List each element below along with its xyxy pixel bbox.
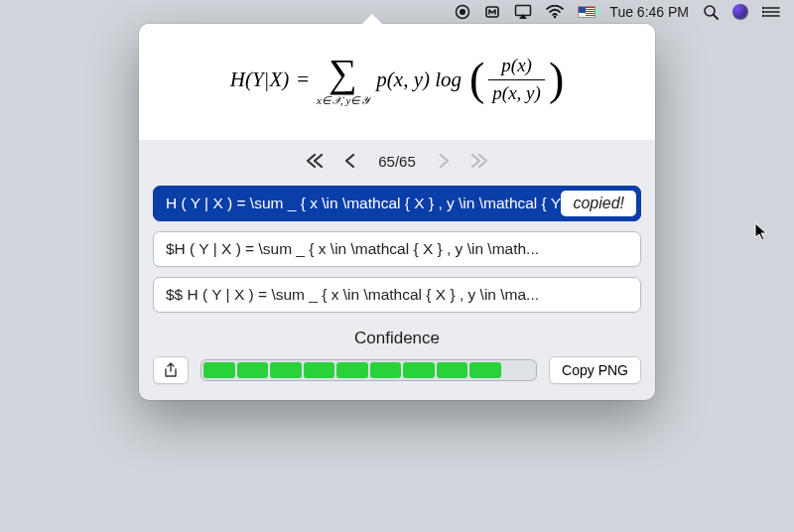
equals-sign: = [297,67,309,92]
confidence-segment [469,362,501,378]
record-icon[interactable] [455,4,470,20]
notification-center-icon[interactable] [762,5,780,19]
pager-prev-button[interactable] [338,150,362,172]
confidence-segment [403,362,435,378]
confidence-bar [200,359,537,381]
formula-parenthesized: ( p(x) p(x, y) ) [469,55,564,105]
spotlight-icon[interactable] [703,4,719,20]
app-icon[interactable] [484,4,500,20]
summation: ∑ x∈𝒳, y∈𝒴 [317,54,368,106]
svg-point-1 [460,9,465,15]
confidence-segment [304,362,335,378]
svg-point-12 [762,15,764,17]
confidence-segment [203,362,235,378]
formula-rendered: H(Y|X) = ∑ x∈𝒳, y∈𝒴 p(x, y) log ( p(x) p… [230,54,564,106]
fraction: p(x) p(x, y) [488,55,545,105]
formula-term: p(x, y) log [376,67,462,92]
menubar-clock[interactable]: Tue 6:46 PM [609,4,689,20]
pager-count: 65/65 [374,153,420,170]
cursor-icon [754,222,768,242]
ocr-panel: H(Y|X) = ∑ x∈𝒳, y∈𝒴 p(x, y) log ( p(x) p… [139,24,655,400]
pager-first-button[interactable] [303,150,327,172]
confidence-segment [237,362,269,378]
result-item[interactable]: $$ H ( Y | X ) = \sum _ { x \in \mathcal… [153,277,641,313]
share-icon [164,362,178,378]
left-paren: ( [469,62,484,98]
pager-last-button[interactable] [467,150,491,172]
copy-png-button[interactable]: Copy PNG [549,356,641,384]
airplay-icon[interactable] [514,4,532,20]
result-text: $H ( Y | X ) = \sum _ { x \in \mathcal {… [166,240,539,257]
results-list: H ( Y | X ) = \sum _ { x \in \mathcal { … [139,186,655,313]
pager-next-button[interactable] [432,150,456,172]
menubar: Tue 6:46 PM [441,0,794,24]
sigma-icon: ∑ [329,54,357,93]
svg-line-6 [714,15,718,19]
formula-preview: H(Y|X) = ∑ x∈𝒳, y∈𝒴 p(x, y) log ( p(x) p… [139,24,655,140]
confidence-segment [370,362,402,378]
siri-icon[interactable] [732,4,748,20]
fraction-denominator: p(x, y) [488,79,545,105]
svg-point-4 [554,16,557,19]
confidence-segment [503,362,535,378]
result-text: $$ H ( Y | X ) = \sum _ { x \in \mathcal… [166,286,539,303]
result-item[interactable]: $H ( Y | X ) = \sum _ { x \in \mathcal {… [153,231,641,267]
formula-lhs: H(Y|X) [230,67,289,92]
confidence-segment [270,362,302,378]
share-button[interactable] [153,356,189,384]
confidence-segment [437,362,468,378]
right-paren: ) [549,62,564,98]
bottom-bar: Confidence Copy PNG [139,313,655,400]
svg-point-11 [762,11,764,13]
confidence-label: Confidence [153,329,641,348]
pager: 65/65 [139,140,655,186]
result-item[interactable]: H ( Y | X ) = \sum _ { x \in \mathcal { … [153,186,641,221]
fraction-numerator: p(x) [497,55,536,79]
summation-subscript: x∈𝒳, y∈𝒴 [317,95,368,106]
wifi-icon[interactable] [546,5,564,19]
confidence-segment [336,362,368,378]
copied-badge: copied! [561,191,636,216]
input-source-flag-icon[interactable] [578,6,596,18]
svg-point-10 [762,7,764,9]
